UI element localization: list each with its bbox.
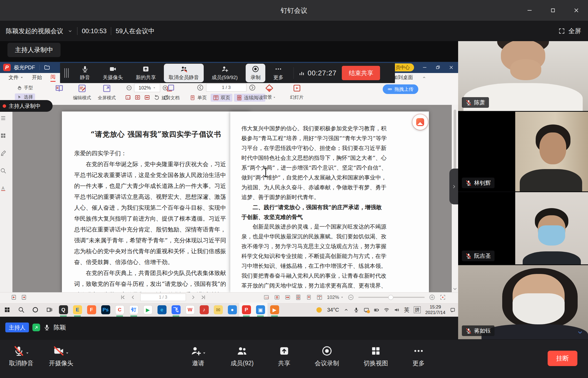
meeting-title[interactable]: 陈颖发起的视频会议: [6, 27, 63, 35]
cortana-button[interactable]: [28, 303, 42, 317]
pdf-close-icon[interactable]: [449, 65, 454, 70]
float-camera-off-button[interactable]: 关摄像头: [98, 64, 128, 82]
page-indicator[interactable]: 1 / 3: [206, 84, 246, 92]
wifi-icon[interactable]: [384, 307, 389, 313]
double-page-button[interactable]: 双页: [211, 94, 232, 102]
status-page-indicator[interactable]: 1 / 3: [140, 294, 186, 301]
fit-width-icon[interactable]: [284, 294, 291, 300]
fit-width-icon[interactable]: [144, 94, 150, 101]
next-page-icon[interactable]: [190, 294, 196, 300]
thumbnails-icon[interactable]: [0, 115, 6, 121]
cast-icon[interactable]: [364, 307, 369, 313]
fullscreen-icon[interactable]: [440, 294, 446, 300]
actual-size-icon[interactable]: 1:1: [263, 294, 270, 300]
float-unmute-all-button[interactable]: 取消全员静音: [164, 64, 204, 82]
continuous-icon[interactable]: [295, 294, 301, 300]
menu-start[interactable]: 开始: [32, 74, 42, 81]
chevron-down-icon[interactable]: [67, 28, 73, 34]
hand-tool[interactable]: 手型: [15, 84, 35, 91]
single-page-button[interactable]: 单页: [187, 94, 209, 102]
ime-indicator[interactable]: 拼: [414, 306, 421, 313]
taskbar-chrome[interactable]: C: [113, 303, 127, 317]
float-mute-button[interactable]: 静音: [75, 64, 95, 82]
zoom-slider[interactable]: [358, 297, 425, 298]
taskbar-wps[interactable]: W: [183, 303, 197, 317]
scrollbar-thumb[interactable]: [454, 110, 456, 171]
edit-mode-button[interactable]: 编辑模式: [73, 84, 91, 101]
invite-button[interactable]: 邀请: [190, 344, 206, 367]
drag-upload-button[interactable]: 拖拽上传: [383, 84, 418, 94]
zoom-out-icon[interactable]: [348, 294, 354, 300]
video-tile-4[interactable]: 蒋如钰: [458, 265, 588, 339]
rotate-left-icon[interactable]: [154, 94, 160, 101]
drag-handle[interactable]: [64, 68, 69, 78]
taskbar-feishu[interactable]: 飞: [169, 303, 183, 317]
language-indicator[interactable]: 英: [404, 306, 409, 313]
end-share-button[interactable]: 结束共享: [342, 66, 380, 80]
first-page-icon[interactable]: [120, 294, 126, 300]
taskbar-qq[interactable]: Q: [56, 303, 70, 317]
rotate-doc-button[interactable]: 旋转文档: [161, 84, 180, 101]
members-button[interactable]: 成员(92): [231, 344, 254, 367]
taskbar-dingtalk[interactable]: 钉: [127, 303, 141, 317]
background-button[interactable]: 背景: [263, 84, 276, 100]
taskbar-firefox[interactable]: F: [84, 303, 99, 317]
bookmarks-icon[interactable]: [0, 132, 6, 139]
select-tool[interactable]: 选择: [15, 93, 35, 101]
sidebar-collapse-handle[interactable]: [449, 169, 458, 204]
taskbar-tencent-video[interactable]: ▶: [141, 303, 155, 317]
taskbar-photoshop[interactable]: Ps: [99, 303, 113, 317]
float-more-button[interactable]: 更多: [269, 64, 288, 82]
actual-size-icon[interactable]: 1:1: [125, 94, 131, 101]
start-button[interactable]: [0, 303, 14, 317]
microphone-tray-icon[interactable]: [353, 307, 359, 313]
open-file-icon[interactable]: [44, 64, 50, 71]
search-button[interactable]: [14, 303, 28, 317]
chevron-down-icon[interactable]: [576, 329, 584, 336]
taskbar-mail[interactable]: ✉: [211, 303, 225, 317]
zoom-slider-knob[interactable]: [388, 295, 393, 300]
temperature[interactable]: 34°C: [327, 307, 339, 313]
record-button[interactable]: 会议录制: [315, 344, 339, 367]
float-members-button[interactable]: 成员(59/92): [207, 64, 242, 82]
taskbar-meeting-cam[interactable]: ▣: [253, 303, 267, 317]
taskbar-player[interactable]: ▶: [267, 303, 282, 317]
hangup-button[interactable]: 挂断: [548, 351, 577, 366]
battery-icon[interactable]: [374, 307, 379, 313]
task-view-button[interactable]: [42, 303, 56, 317]
last-page-icon[interactable]: [200, 294, 206, 300]
notification-icon[interactable]: [450, 307, 455, 313]
fit-page-icon[interactable]: [134, 94, 141, 101]
menu-read[interactable]: 阅: [50, 74, 56, 82]
single-page-icon[interactable]: [306, 294, 312, 300]
pdf-minimize-icon[interactable]: [422, 65, 427, 70]
more-button[interactable]: 更多: [412, 344, 425, 367]
maximize-button[interactable]: [541, 0, 565, 21]
video-tile-3[interactable]: 阮吉圣: [458, 192, 588, 264]
collapse-ribbon-icon[interactable]: [422, 75, 426, 80]
continuous-read-button[interactable]: 连续阅读: [234, 94, 265, 102]
share-button[interactable]: 共享: [278, 344, 290, 367]
status-zoom-level[interactable]: 102%: [327, 295, 343, 300]
scroll-down-icon[interactable]: [452, 285, 458, 292]
read-mode-button[interactable]: [54, 84, 64, 93]
view-switch-button[interactable]: 切换视图: [364, 344, 388, 367]
taskbar-netease-music[interactable]: ♪: [197, 303, 211, 317]
volume-icon[interactable]: [394, 307, 399, 313]
taskbar-explorer[interactable]: E: [70, 303, 84, 317]
annotations-icon[interactable]: [0, 150, 6, 156]
next-page-icon[interactable]: [249, 84, 255, 91]
video-tile-2[interactable]: 林钊辉: [458, 112, 588, 191]
fit-page-icon[interactable]: [274, 294, 280, 300]
float-new-share-button[interactable]: 新的共享: [131, 64, 161, 82]
text-tool-icon[interactable]: A: [0, 185, 6, 191]
camera-on-button[interactable]: 开摄像头: [49, 344, 73, 367]
pdf-restore-icon[interactable]: [435, 65, 441, 70]
clock[interactable]: 15:292021/7/14: [425, 304, 445, 315]
document-page-1[interactable]: “请党放心 强国有我”致四实学子倡议书 亲爱的四实学子们： 在党的百年华诞之际，…: [62, 111, 250, 292]
menu-file[interactable]: 文件: [8, 74, 23, 81]
weather-icon[interactable]: [316, 306, 323, 313]
fullscreen-mode-button[interactable]: 全屏模式: [98, 84, 116, 101]
taskbar-jiguang-pdf[interactable]: P: [239, 303, 253, 317]
double-page-icon[interactable]: [316, 294, 323, 300]
